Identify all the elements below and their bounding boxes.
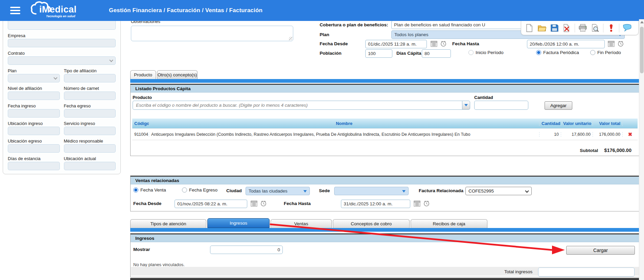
medico-responsable-field[interactable] — [64, 144, 116, 153]
empty-message: No hay planes vinculados. — [133, 262, 185, 267]
calendar-icon[interactable] — [251, 200, 257, 208]
radio-fecha-venta[interactable]: Fecha Venta — [133, 187, 166, 193]
plan-select[interactable] — [8, 74, 60, 82]
cantidad-input[interactable] — [474, 101, 528, 110]
col-nombre[interactable]: Nombre — [149, 121, 539, 126]
servicio-ingreso-field[interactable] — [64, 127, 116, 135]
save-icon[interactable] — [550, 24, 559, 32]
ventas-fecha-desde-input[interactable] — [175, 200, 247, 208]
poblacion-input[interactable] — [365, 49, 392, 58]
radio-fecha-egreso[interactable]: Fecha Egreso — [182, 187, 217, 193]
radio-factura-periodica[interactable]: Factura Periódica — [536, 50, 579, 55]
field-label: Fecha egreso — [64, 103, 116, 109]
radio-inicio-periodo[interactable]: Inicio Período — [468, 50, 504, 55]
col-valor-unitario[interactable]: Valor unitario — [561, 121, 593, 126]
clock-icon[interactable] — [260, 200, 267, 208]
scrollbar-thumb[interactable] — [640, 27, 644, 73]
dias-capita-input[interactable] — [422, 49, 451, 58]
total-ingresos-input[interactable] — [538, 268, 635, 277]
col-valor-total[interactable]: Valor total — [593, 121, 623, 126]
calendar-icon[interactable] — [414, 200, 420, 208]
listado-productos-section: Listado Productos Cápita Producto Cantid… — [130, 84, 639, 156]
ingresos-section: Ingresos Mostrar Cargar No hay planes vi… — [130, 233, 639, 277]
comment-icon[interactable] — [622, 24, 632, 32]
fecha-desde-label: Fecha Desde — [133, 201, 161, 206]
fecha-egreso-field[interactable] — [64, 109, 116, 118]
cantidad-label: Cantidad — [474, 95, 493, 100]
toolbar-separator — [603, 24, 603, 32]
col-cantidad[interactable]: Cantidad — [539, 121, 561, 126]
dias-estancia-field[interactable] — [8, 162, 60, 170]
mostrar-input[interactable] — [210, 246, 283, 254]
numero-carnet-field[interactable] — [64, 92, 116, 100]
tab-ventas[interactable]: Ventas — [271, 219, 332, 228]
vertical-scrollbar[interactable] — [639, 19, 644, 280]
delete-document-icon[interactable] — [562, 24, 572, 32]
productos-table: Código Nombre Cantidad Valor unitario Va… — [132, 119, 638, 140]
field-label: Nivel de afiliación — [8, 86, 60, 92]
radio-icon — [468, 50, 474, 55]
clock-icon[interactable] — [423, 200, 430, 208]
radio-label: Factura Periódica — [543, 50, 579, 55]
contrato-select[interactable] — [8, 56, 116, 65]
tab-strip — [130, 79, 639, 83]
fecha-ingreso-field[interactable] — [8, 109, 60, 118]
tab-conceptos-de-cobro[interactable]: Conceptos de cobro — [333, 219, 410, 228]
fecha-hasta-input[interactable] — [527, 40, 605, 48]
tab-tipos-de-atencion[interactable]: Tipos de atención — [130, 219, 206, 228]
scroll-up-icon[interactable] — [640, 21, 644, 23]
ubicacion-actual-field[interactable] — [64, 162, 116, 170]
dias-capita-label: Días Cápita — [396, 51, 421, 56]
tipo-afiliacion-field[interactable] — [64, 74, 116, 82]
clock-icon[interactable] — [617, 40, 624, 48]
sidebar-top-field[interactable] — [8, 21, 116, 30]
calendar-icon[interactable] — [431, 41, 437, 48]
facturacion-page: iMedical Tecnología en salud Gestión Fin… — [0, 0, 644, 280]
fecha-desde-input[interactable] — [365, 40, 427, 48]
producto-search-input[interactable] — [133, 101, 462, 110]
tab-producto[interactable]: Producto — [130, 70, 156, 79]
print-icon[interactable] — [578, 24, 588, 32]
preview-icon[interactable] — [591, 24, 600, 32]
menu-icon[interactable] — [10, 7, 20, 14]
tab-ingresos[interactable]: Ingresos — [207, 218, 270, 228]
ventas-fecha-hasta-input[interactable] — [341, 200, 410, 208]
cell-valor-total: 176,000.00 — [593, 132, 623, 137]
clock-icon[interactable] — [440, 40, 447, 48]
empresa-field[interactable] — [8, 39, 116, 47]
plan-label: Plan — [320, 32, 329, 37]
resize-grip-icon[interactable] — [289, 37, 292, 40]
chevron-down-icon — [303, 190, 307, 193]
calendar-icon[interactable] — [608, 41, 615, 48]
cell-cantidad: 10 — [539, 132, 561, 137]
toolbar-separator — [575, 24, 575, 32]
ubicacion-ingreso-field[interactable] — [8, 127, 60, 135]
field-label: Ubicación egreso — [8, 138, 60, 144]
dropdown-button[interactable] — [462, 101, 470, 110]
delete-row-icon[interactable]: ✖ — [628, 131, 632, 137]
alert-icon[interactable] — [606, 24, 616, 32]
field-label: Número de carnet — [64, 86, 116, 92]
poblacion-label: Población — [320, 51, 342, 56]
new-document-icon[interactable] — [525, 24, 534, 32]
factura-relacionada-select[interactable]: COFE52995 — [465, 187, 532, 195]
tab-recibos-de-caja[interactable]: Recibos de caja — [411, 219, 487, 228]
bottom-divider — [130, 278, 639, 280]
field-label: Ubicación actual — [64, 156, 116, 162]
tab-otros-conceptos[interactable]: Otro(s) concepto(s) — [157, 70, 198, 79]
observaciones-textarea[interactable] — [131, 26, 293, 41]
field-label: Tipo de afiliación — [64, 68, 116, 74]
cargar-button[interactable]: Cargar — [566, 246, 635, 255]
nivel-afiliacion-field[interactable] — [8, 92, 60, 100]
open-folder-icon[interactable] — [537, 24, 547, 32]
ubicacion-egreso-field[interactable] — [8, 144, 60, 153]
chevron-down-icon — [53, 76, 57, 79]
agregar-button[interactable]: Agregar — [545, 101, 572, 110]
cobertura-field[interactable]: Plan de beneficios en salud financiado c… — [391, 21, 527, 29]
ciudad-dropdown[interactable]: Todas las ciudades — [246, 187, 310, 195]
sede-dropdown[interactable] — [334, 187, 409, 195]
fecha-hasta-label: Fecha Hasta — [284, 201, 311, 206]
col-codigo[interactable]: Código — [132, 121, 149, 126]
factura-relacionada-label: Factura Relacionada — [419, 188, 463, 193]
radio-fin-periodo[interactable]: Fin Período — [590, 50, 621, 55]
